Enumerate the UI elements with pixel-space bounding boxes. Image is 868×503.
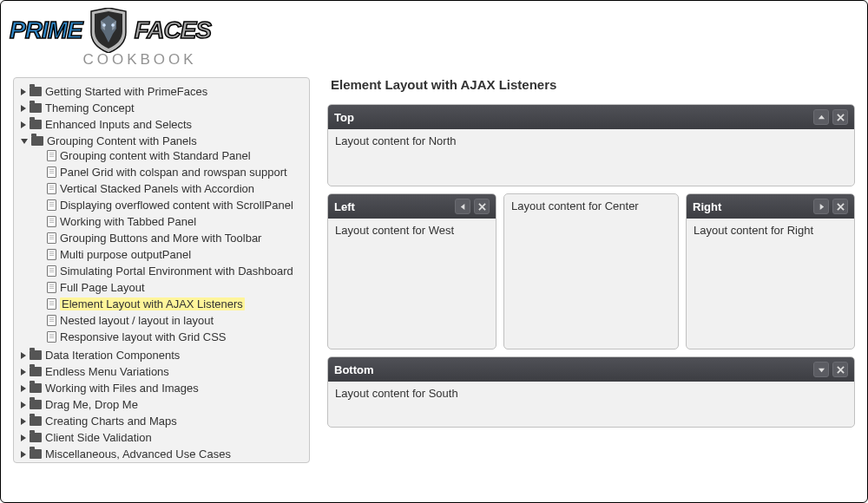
close-icon[interactable] — [832, 109, 848, 125]
tree-leaf[interactable]: Displaying overflowed content with Scrol… — [47, 199, 302, 212]
tree-folder-label: Miscellaneous, Advanced Use Cases — [45, 447, 231, 461]
tree-leaf[interactable]: Vertical Stacked Panels with Accordion — [47, 182, 302, 195]
document-icon — [47, 183, 56, 194]
tree-leaf-label: Displaying overflowed content with Scrol… — [60, 199, 293, 212]
main-content: Element Layout with AJAX Listeners Top L… — [327, 77, 855, 463]
chevron-right-icon[interactable] — [21, 402, 26, 408]
logo-subtitle: COOKBOOK — [10, 51, 270, 69]
tree-leaf-label: Vertical Stacked Panels with Accordion — [60, 182, 254, 195]
folder-icon — [30, 416, 42, 426]
tree-leaf[interactable]: Element Layout with AJAX Listeners — [47, 297, 302, 310]
tree-folder[interactable]: Enhanced Inputs and Selects — [21, 118, 304, 131]
document-icon — [47, 216, 56, 227]
tree-folder-label: Data Iteration Components — [45, 349, 180, 362]
panel-body-north: Layout content for North — [328, 129, 854, 153]
tree-leaf[interactable]: Grouping Buttons and More with Toolbar — [47, 232, 302, 245]
tree-root: Getting Started with PrimeFacesTheming C… — [17, 83, 306, 462]
logo: PRIME FACES — [10, 8, 858, 53]
tree-leaf-label: Working with Tabbed Panel — [60, 215, 196, 228]
collapse-up-icon[interactable] — [813, 109, 829, 125]
layout-west-panel: Left Layout content for West — [327, 193, 496, 349]
chevron-right-icon[interactable] — [21, 105, 26, 112]
chevron-right-icon[interactable] — [21, 385, 26, 392]
tree-folder[interactable]: Endless Menu Variations — [21, 365, 304, 378]
chevron-right-icon[interactable] — [21, 352, 26, 359]
close-icon[interactable] — [832, 362, 848, 377]
chevron-right-icon[interactable] — [21, 88, 26, 95]
svg-point-0 — [102, 23, 106, 27]
chevron-right-icon[interactable] — [21, 434, 26, 441]
chevron-right-icon[interactable] — [21, 369, 26, 376]
tree-leaf[interactable]: Full Page Layout — [47, 281, 302, 294]
collapse-down-icon[interactable] — [813, 362, 829, 377]
panther-shield-icon — [89, 8, 128, 53]
logo-text-faces: FACES — [135, 16, 211, 44]
chevron-right-icon[interactable] — [21, 451, 26, 458]
tree-folder-label: Endless Menu Variations — [45, 365, 169, 378]
tree-folder[interactable]: Miscellaneous, Advanced Use Cases — [21, 447, 304, 461]
panel-header-east: Right — [687, 194, 854, 219]
close-icon[interactable] — [832, 199, 848, 214]
folder-icon — [30, 433, 42, 442]
collapse-right-icon[interactable] — [813, 199, 829, 214]
tree-leaf[interactable]: Working with Tabbed Panel — [47, 215, 302, 228]
layout-center-panel: Layout content for Center — [503, 193, 679, 349]
close-icon[interactable] — [474, 199, 490, 214]
page-title: Element Layout with AJAX Listeners — [331, 77, 855, 92]
tree-folder[interactable]: Creating Charts and Maps — [21, 415, 304, 428]
folder-icon — [30, 120, 42, 129]
tree-leaf[interactable]: Responsive layout with Grid CSS — [47, 330, 302, 343]
panel-title-south: Bottom — [334, 363, 374, 376]
collapse-left-icon[interactable] — [455, 199, 470, 214]
tree-folder[interactable]: Working with Files and Images — [21, 382, 304, 395]
folder-icon — [30, 449, 42, 459]
tree-leaf-label: Nested layout / layout in layout — [60, 314, 214, 327]
tree-folder[interactable]: Getting Started with PrimeFaces — [21, 85, 304, 98]
folder-icon — [30, 383, 42, 393]
document-icon — [47, 331, 56, 343]
tree-folder-label: Drag Me, Drop Me — [45, 398, 138, 411]
panel-title-east: Right — [693, 200, 721, 213]
tree-leaf[interactable]: Panel Grid with colspan and rowspan supp… — [47, 166, 302, 179]
folder-icon — [30, 350, 42, 360]
document-icon — [47, 232, 56, 244]
tree-leaf-label: Element Layout with AJAX Listeners — [60, 297, 245, 310]
chevron-down-icon[interactable] — [21, 139, 28, 144]
layout-demo: Top Layout content for North Left — [327, 104, 855, 428]
tree-leaf[interactable]: Nested layout / layout in layout — [47, 314, 302, 327]
tree-folder[interactable]: Grouping Content with Panels — [21, 134, 304, 147]
tree-leaf[interactable]: Simulating Portal Environment with Dashb… — [47, 265, 302, 278]
document-icon — [47, 150, 56, 161]
chevron-right-icon[interactable] — [21, 418, 26, 425]
panel-body-west: Layout content for West — [328, 219, 496, 242]
tree-folder-label: Creating Charts and Maps — [45, 415, 177, 428]
layout-east-panel: Right Layout content for Right — [686, 193, 855, 349]
document-icon — [47, 249, 56, 260]
panel-header-west: Left — [328, 194, 496, 219]
tree-leaf[interactable]: Grouping content with Standard Panel — [47, 149, 302, 162]
chevron-right-icon[interactable] — [21, 121, 26, 128]
folder-icon — [30, 400, 42, 409]
panel-body-center: Layout content for Center — [504, 194, 678, 218]
nav-tree[interactable]: Getting Started with PrimeFacesTheming C… — [13, 77, 310, 463]
folder-icon — [30, 367, 42, 376]
tree-folder-label: Theming Concept — [45, 101, 135, 114]
header: PRIME FACES COOKBOOK — [1, 1, 867, 69]
document-icon — [47, 298, 56, 310]
panel-title-north: Top — [334, 111, 354, 124]
tree-folder[interactable]: Drag Me, Drop Me — [21, 398, 304, 411]
panel-body-east: Layout content for Right — [687, 219, 854, 242]
tree-leaf[interactable]: Multi purpose outputPanel — [47, 248, 302, 261]
tree-folder[interactable]: Theming Concept — [21, 101, 304, 114]
tree-folder-label: Client Side Validation — [45, 431, 152, 444]
tree-leaf-label: Multi purpose outputPanel — [60, 248, 191, 261]
tree-folder[interactable]: Client Side Validation — [21, 431, 304, 444]
tree-folder[interactable]: Data Iteration Components — [21, 349, 304, 362]
tree-leaf-label: Panel Grid with colspan and rowspan supp… — [60, 166, 287, 179]
panel-header-south: Bottom — [328, 357, 854, 382]
tree-leaf-label: Grouping content with Standard Panel — [60, 149, 251, 162]
folder-icon — [30, 87, 42, 96]
folder-icon — [31, 136, 43, 146]
layout-south-panel: Bottom Layout content for South — [327, 356, 855, 428]
tree-folder-label: Grouping Content with Panels — [47, 134, 197, 147]
